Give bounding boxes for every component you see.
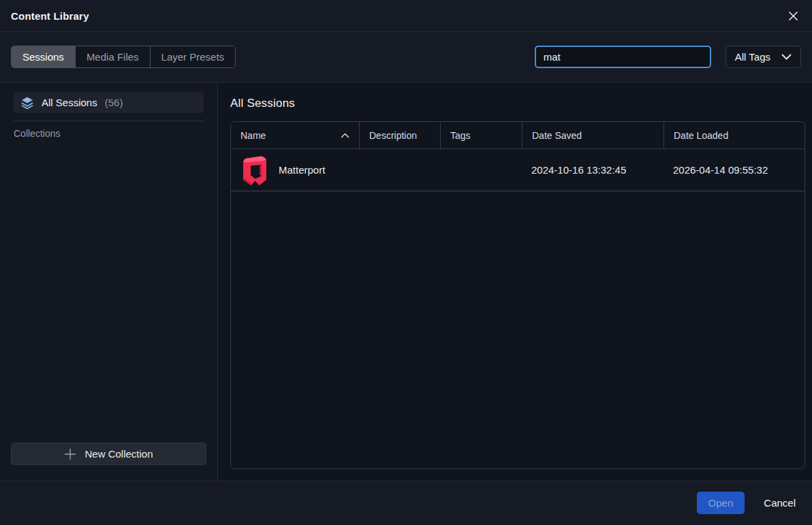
column-header-description[interactable]: Description xyxy=(359,122,440,148)
table-body: Matterport 2024-10-16 13:32:45 2026-04-1… xyxy=(231,149,805,468)
matterport-logo-icon xyxy=(242,155,268,186)
column-header-name[interactable]: Name xyxy=(231,122,359,148)
column-header-date-saved[interactable]: Date Saved xyxy=(522,122,663,148)
open-button[interactable]: Open xyxy=(697,492,745,514)
dialog-footer: Open Cancel xyxy=(0,481,812,524)
tags-filter-value: All Tags xyxy=(735,51,770,63)
main-panel: All Sessions Name Description Tags Date … xyxy=(218,82,812,481)
session-name: Matterport xyxy=(279,164,325,176)
title-bar: Content Library xyxy=(0,0,812,32)
close-icon xyxy=(787,10,799,22)
tags-filter-dropdown[interactable]: All Tags xyxy=(725,46,801,68)
close-button[interactable] xyxy=(785,7,801,24)
table-row[interactable]: Matterport 2024-10-16 13:32:45 2026-04-1… xyxy=(231,149,805,191)
tab-layer-presets[interactable]: Layer Presets xyxy=(150,46,236,67)
new-collection-label: New Collection xyxy=(84,448,153,460)
content-area: All Sessions (56) Collections New Collec… xyxy=(0,82,812,481)
tab-media-files[interactable]: Media Files xyxy=(75,46,150,67)
session-date-loaded: 2026-04-14 09:55:32 xyxy=(663,164,805,176)
all-sessions-label: All Sessions xyxy=(42,97,97,108)
search-input[interactable] xyxy=(535,46,711,68)
toolbar: Sessions Media Files Layer Presets All T… xyxy=(0,32,812,82)
cancel-button[interactable]: Cancel xyxy=(764,497,796,509)
sidebar-item-all-sessions[interactable]: All Sessions (56) xyxy=(14,92,204,113)
session-date-saved: 2024-10-16 13:32:45 xyxy=(522,164,663,176)
new-collection-button[interactable]: New Collection xyxy=(11,443,206,465)
column-label-name: Name xyxy=(240,130,266,141)
tab-sessions[interactable]: Sessions xyxy=(12,46,75,67)
plus-icon xyxy=(64,448,76,460)
table-header: Name Description Tags Date Saved Date Lo… xyxy=(231,122,805,149)
library-tabs: Sessions Media Files Layer Presets xyxy=(11,46,236,68)
sidebar: All Sessions (56) Collections New Collec… xyxy=(0,82,218,481)
sessions-table: Name Description Tags Date Saved Date Lo… xyxy=(230,121,805,469)
all-sessions-count: (56) xyxy=(105,97,123,108)
page-title: All Sessions xyxy=(230,97,805,110)
column-header-tags[interactable]: Tags xyxy=(440,122,522,148)
collections-heading: Collections xyxy=(14,128,206,139)
sort-ascending-icon xyxy=(341,133,349,138)
dialog-title: Content Library xyxy=(11,10,89,22)
chevron-down-icon xyxy=(781,54,792,60)
column-header-date-loaded[interactable]: Date Loaded xyxy=(663,122,805,148)
sidebar-divider xyxy=(14,121,204,121)
layers-icon xyxy=(20,96,34,110)
